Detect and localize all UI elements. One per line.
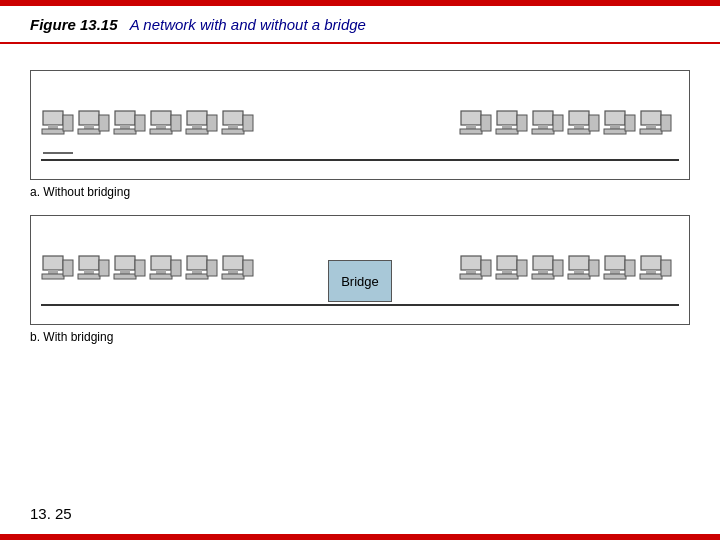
- svg-rect-21: [223, 111, 243, 125]
- svg-rect-57: [115, 256, 135, 270]
- svg-rect-47: [640, 129, 662, 134]
- svg-rect-3: [63, 115, 73, 131]
- svg-rect-5: [79, 111, 99, 125]
- svg-rect-55: [78, 274, 100, 279]
- svg-rect-32: [517, 115, 527, 131]
- network-line-a: [41, 159, 679, 161]
- svg-rect-34: [538, 125, 548, 129]
- svg-rect-15: [150, 129, 172, 134]
- svg-rect-74: [466, 270, 476, 274]
- svg-rect-2: [42, 129, 64, 134]
- label-with-bridge: b. With bridging: [30, 330, 113, 344]
- svg-rect-78: [502, 270, 512, 274]
- svg-rect-90: [610, 270, 620, 274]
- svg-rect-73: [461, 256, 481, 270]
- svg-rect-19: [186, 129, 208, 134]
- figure-number: Figure 13.15: [30, 16, 118, 33]
- svg-rect-53: [79, 256, 99, 270]
- svg-rect-84: [553, 260, 563, 276]
- svg-rect-22: [228, 125, 238, 129]
- svg-rect-59: [114, 274, 136, 279]
- svg-rect-96: [661, 260, 671, 276]
- svg-rect-31: [496, 129, 518, 134]
- svg-rect-69: [223, 256, 243, 270]
- page-number: 13. 25: [30, 505, 72, 522]
- svg-rect-17: [187, 111, 207, 125]
- header-section: Figure 13.15 A network with and without …: [0, 6, 720, 44]
- svg-rect-81: [533, 256, 553, 270]
- svg-rect-11: [114, 129, 136, 134]
- svg-rect-12: [135, 115, 145, 131]
- svg-rect-13: [151, 111, 171, 125]
- svg-rect-79: [496, 274, 518, 279]
- svg-rect-49: [43, 256, 63, 270]
- svg-rect-42: [610, 125, 620, 129]
- svg-rect-63: [150, 274, 172, 279]
- svg-rect-56: [99, 260, 109, 276]
- svg-rect-62: [156, 270, 166, 274]
- svg-rect-88: [589, 260, 599, 276]
- svg-rect-87: [568, 274, 590, 279]
- svg-rect-14: [156, 125, 166, 129]
- svg-rect-0: [43, 111, 63, 125]
- svg-rect-70: [228, 270, 238, 274]
- svg-rect-46: [646, 125, 656, 129]
- svg-rect-92: [625, 260, 635, 276]
- svg-rect-65: [187, 256, 207, 270]
- svg-rect-24: [243, 115, 253, 131]
- svg-rect-36: [553, 115, 563, 131]
- svg-rect-71: [222, 274, 244, 279]
- svg-rect-94: [646, 270, 656, 274]
- svg-rect-52: [63, 260, 73, 276]
- computers-right-a: [459, 109, 679, 157]
- svg-rect-45: [641, 111, 661, 125]
- svg-rect-38: [574, 125, 584, 129]
- figure-description: A network with and without a bridge: [130, 16, 366, 33]
- computers-left-b: [41, 254, 261, 302]
- svg-rect-23: [222, 129, 244, 134]
- svg-rect-58: [120, 270, 130, 274]
- diagram-without-bridge: [30, 70, 690, 180]
- svg-rect-6: [84, 125, 94, 129]
- svg-rect-61: [151, 256, 171, 270]
- svg-rect-50: [48, 270, 58, 274]
- svg-rect-66: [192, 270, 202, 274]
- svg-rect-76: [481, 260, 491, 276]
- network-line-b: [41, 304, 679, 306]
- svg-rect-72: [243, 260, 253, 276]
- svg-rect-35: [532, 129, 554, 134]
- svg-rect-7: [78, 129, 100, 134]
- computers-left-a: [41, 109, 261, 157]
- computers-right-b: [459, 254, 679, 302]
- svg-rect-40: [589, 115, 599, 131]
- svg-rect-8: [99, 115, 109, 131]
- svg-rect-18: [192, 125, 202, 129]
- svg-rect-10: [120, 125, 130, 129]
- svg-rect-51: [42, 274, 64, 279]
- svg-rect-68: [207, 260, 217, 276]
- svg-rect-82: [538, 270, 548, 274]
- svg-rect-64: [171, 260, 181, 276]
- bottom-red-bar: [0, 534, 720, 540]
- svg-rect-25: [461, 111, 481, 125]
- label-without-bridge: a. Without bridging: [30, 185, 130, 199]
- svg-rect-20: [207, 115, 217, 131]
- svg-rect-39: [568, 129, 590, 134]
- svg-rect-43: [604, 129, 626, 134]
- svg-rect-29: [497, 111, 517, 125]
- bridge-box: Bridge: [328, 260, 392, 302]
- svg-rect-26: [466, 125, 476, 129]
- svg-rect-67: [186, 274, 208, 279]
- svg-rect-86: [574, 270, 584, 274]
- svg-rect-89: [605, 256, 625, 270]
- svg-rect-33: [533, 111, 553, 125]
- svg-rect-1: [48, 125, 58, 129]
- svg-rect-77: [497, 256, 517, 270]
- svg-rect-37: [569, 111, 589, 125]
- svg-rect-93: [641, 256, 661, 270]
- svg-rect-27: [460, 129, 482, 134]
- svg-rect-60: [135, 260, 145, 276]
- svg-rect-91: [604, 274, 626, 279]
- figure-title: Figure 13.15 A network with and without …: [30, 16, 366, 33]
- svg-rect-44: [625, 115, 635, 131]
